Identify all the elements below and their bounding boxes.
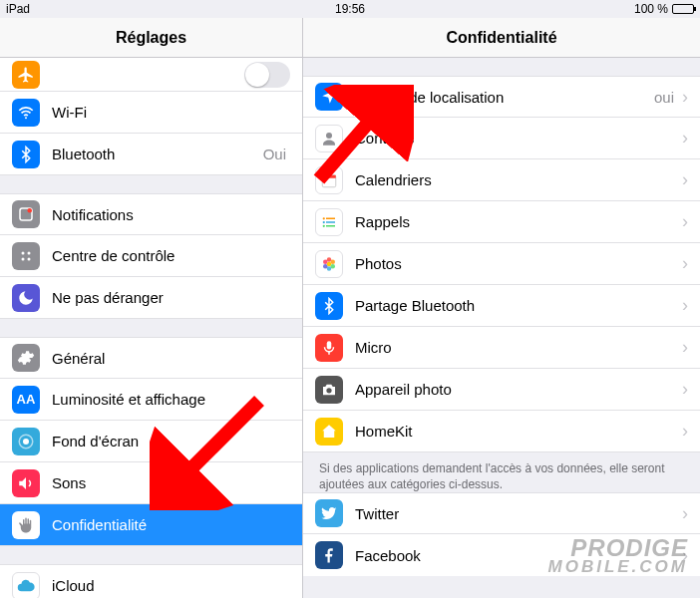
moon-icon: [12, 284, 40, 312]
detail-item-label: Contacts: [355, 130, 678, 147]
chevron-right-icon: ›: [682, 379, 688, 400]
detail-item-photos[interactable]: Photos ›: [303, 243, 700, 285]
sidebar-item-display[interactable]: AA Luminosité et affichage: [0, 379, 302, 421]
photos-icon: [315, 250, 343, 278]
detail-item-label: Appareil photo: [355, 381, 678, 398]
home-icon: [315, 418, 343, 446]
device-label: iPad: [6, 2, 30, 16]
svg-point-22: [323, 264, 328, 269]
mic-icon: [315, 334, 343, 362]
svg-point-8: [326, 133, 332, 139]
chevron-right-icon: ›: [682, 128, 688, 149]
display-icon: AA: [12, 386, 40, 414]
sidebar-item-sounds[interactable]: Sons: [0, 462, 302, 504]
svg-point-23: [323, 259, 328, 264]
sidebar-item-icloud[interactable]: iCloud: [0, 564, 302, 598]
sidebar-item-label: Général: [52, 350, 290, 367]
sidebar-item-label: Notifications: [52, 206, 290, 223]
chevron-right-icon: ›: [682, 295, 688, 316]
svg-point-7: [23, 439, 29, 445]
location-icon: [315, 83, 343, 111]
clock: 19:56: [335, 2, 365, 16]
detail-item-bt-share[interactable]: Partage Bluetooth ›: [303, 285, 700, 327]
detail-item-label: HomeKit: [355, 423, 678, 440]
detail-item-reminders[interactable]: Rappels ›: [303, 201, 700, 243]
chevron-right-icon: ›: [682, 253, 688, 274]
notifications-icon: [12, 200, 40, 228]
chevron-right-icon: ›: [682, 421, 688, 442]
reminders-icon: [315, 208, 343, 236]
sidebar-item-label: iCloud: [52, 577, 290, 594]
svg-point-18: [327, 257, 332, 262]
battery-percent: 100 %: [634, 2, 668, 16]
svg-rect-24: [327, 341, 332, 349]
detail-item-label: Calendriers: [355, 171, 678, 188]
detail-item-label: Facebook: [355, 547, 678, 564]
sidebar-item-control-center[interactable]: Centre de contrôle: [0, 235, 302, 277]
detail-item-facebook[interactable]: Facebook ›: [303, 534, 700, 576]
sounds-icon: [12, 469, 40, 497]
sidebar-item-label: Ne pas déranger: [52, 289, 290, 306]
wifi-icon: [12, 99, 40, 127]
sidebar-item-airplane[interactable]: [0, 58, 302, 92]
sidebar-item-dnd[interactable]: Ne pas déranger: [0, 277, 302, 319]
bluetooth-icon: [12, 141, 40, 168]
svg-point-4: [28, 251, 31, 254]
settings-sidebar: Réglages Wi-Fi: [0, 18, 303, 598]
sidebar-item-label: Confidentialité: [52, 516, 290, 533]
group-footer-note: Si des applications demandent l'accès à …: [303, 452, 700, 492]
svg-point-14: [323, 217, 325, 219]
detail-item-camera[interactable]: Appareil photo ›: [303, 369, 700, 411]
sidebar-item-label: Wi-Fi: [52, 104, 286, 121]
svg-point-3: [22, 251, 25, 254]
svg-point-15: [323, 220, 325, 222]
detail-item-calendars[interactable]: Calendriers ›: [303, 159, 700, 201]
chevron-right-icon: ›: [682, 545, 688, 566]
chevron-right-icon: ›: [682, 211, 688, 232]
detail-item-label: Photos: [355, 255, 678, 272]
sidebar-item-wifi[interactable]: Wi-Fi: [0, 92, 302, 134]
chevron-right-icon: ›: [682, 169, 688, 190]
detail-item-label: Rappels: [355, 213, 678, 230]
twitter-icon: [315, 499, 343, 527]
svg-point-20: [331, 264, 336, 269]
gear-icon: [12, 344, 40, 372]
battery-icon: [672, 4, 694, 14]
svg-point-17: [327, 261, 332, 266]
detail-item-location[interactable]: Service de localisation oui ›: [303, 76, 700, 118]
svg-point-16: [323, 224, 325, 226]
privacy-detail: Confidentialité Service de localisation …: [303, 18, 700, 598]
chevron-right-icon: ›: [682, 337, 688, 358]
sidebar-item-bluetooth[interactable]: Bluetooth Oui: [0, 134, 302, 175]
sidebar-item-general[interactable]: Général: [0, 337, 302, 379]
detail-item-label: Micro: [355, 339, 678, 356]
hand-icon: [12, 511, 40, 539]
calendar-icon: [315, 166, 343, 194]
svg-point-6: [28, 257, 31, 260]
battery-indicator: 100 %: [634, 2, 694, 16]
detail-item-contacts[interactable]: Contacts ›: [303, 118, 700, 159]
detail-item-homekit[interactable]: HomeKit ›: [303, 411, 700, 452]
svg-point-26: [326, 388, 331, 393]
detail-title: Confidentialité: [303, 18, 700, 58]
sidebar-item-wallpaper[interactable]: Fond d'écran: [0, 421, 302, 462]
sidebar-item-label: Centre de contrôle: [52, 247, 290, 264]
detail-item-label: Twitter: [355, 505, 678, 522]
chevron-right-icon: ›: [682, 503, 688, 524]
control-center-icon: [12, 242, 40, 270]
sidebar-item-value: Oui: [263, 146, 286, 162]
sidebar-item-notifications[interactable]: Notifications: [0, 193, 302, 235]
contacts-icon: [315, 125, 343, 152]
bluetooth-share-icon: [315, 292, 343, 320]
sidebar-item-label: Bluetooth: [52, 146, 263, 162]
sidebar-item-privacy[interactable]: Confidentialité: [0, 504, 302, 546]
chevron-right-icon: ›: [682, 87, 688, 108]
detail-item-label: Service de localisation: [355, 89, 654, 106]
svg-point-19: [331, 259, 336, 264]
camera-icon: [315, 376, 343, 404]
status-bar: iPad 19:56 100 %: [0, 0, 700, 18]
airplane-toggle[interactable]: [244, 62, 290, 88]
detail-item-mic[interactable]: Micro ›: [303, 327, 700, 369]
sidebar-item-label: Luminosité et affichage: [52, 391, 290, 408]
detail-item-twitter[interactable]: Twitter ›: [303, 492, 700, 534]
